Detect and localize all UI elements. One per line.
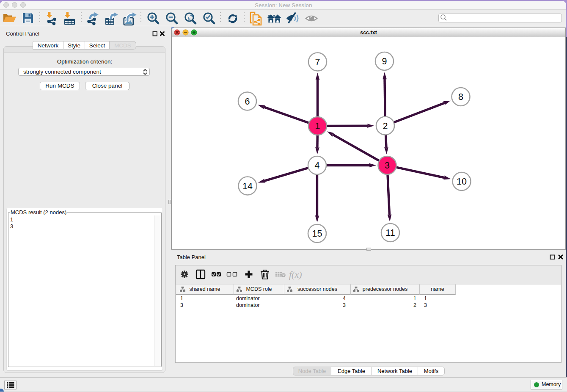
svg-text:6: 6 — [245, 97, 250, 107]
svg-text:4: 4 — [315, 160, 320, 171]
svg-text:f(x): f(x) — [289, 269, 302, 280]
svg-text:1: 1 — [315, 121, 320, 131]
svg-text:14: 14 — [242, 181, 253, 191]
svg-text:8: 8 — [458, 92, 463, 102]
svg-text:3: 3 — [385, 160, 390, 171]
svg-text:11: 11 — [385, 228, 395, 238]
svg-text:7: 7 — [315, 57, 320, 67]
svg-text:15: 15 — [312, 229, 322, 239]
svg-text:10: 10 — [457, 177, 467, 187]
svg-text:9: 9 — [382, 56, 387, 66]
svg-text:2: 2 — [383, 121, 388, 131]
